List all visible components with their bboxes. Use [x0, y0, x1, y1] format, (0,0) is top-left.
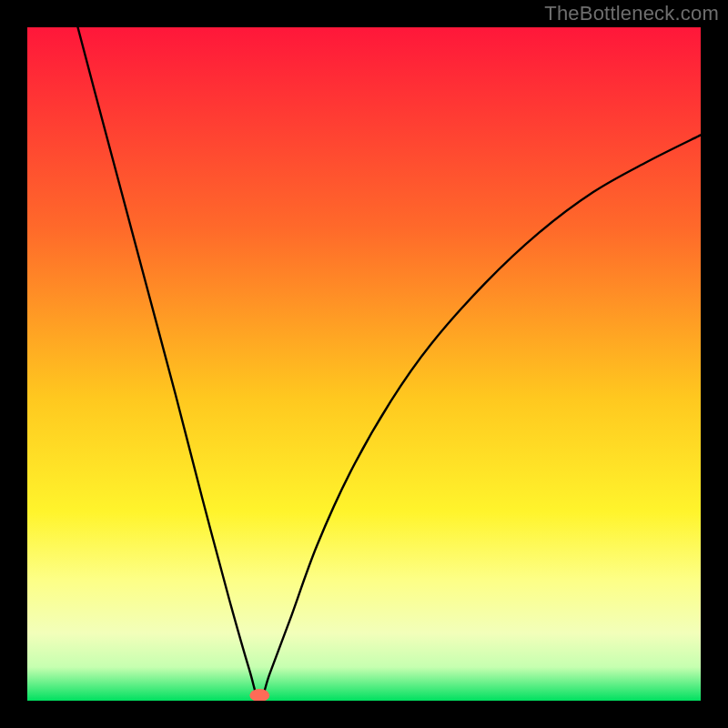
chart-plot-area	[27, 27, 701, 701]
gradient-background	[27, 27, 701, 701]
chart-svg	[27, 27, 701, 701]
watermark-text: TheBottleneck.com	[544, 2, 719, 25]
chart-frame: TheBottleneck.com	[0, 0, 728, 728]
